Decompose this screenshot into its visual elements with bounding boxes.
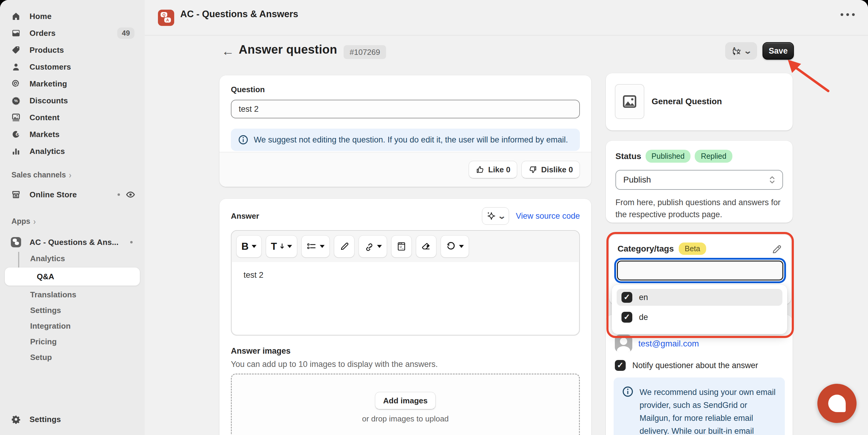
subitem-label: Pricing [30,337,57,346]
eraser-icon [421,241,431,252]
sales-channels-section[interactable]: Sales channels › [11,170,71,179]
back-arrow-icon[interactable] [221,44,235,59]
caret-down-icon [287,245,292,248]
dislike-button[interactable]: Dislike 0 [521,161,580,178]
product-thumbnail [615,84,644,119]
sidebar-item-markets[interactable]: $ Markets [5,126,140,143]
chevron-right-icon: › [33,216,36,227]
sidebar-item-label: Content [30,113,60,122]
arrow-down-small-icon [280,243,284,249]
pen-button[interactable] [334,235,354,258]
answer-editor-area[interactable]: test 2 [232,262,579,334]
chat-bubble-icon [828,395,846,412]
orders-icon [11,28,21,38]
banner-text: We recommend using your own email provid… [640,386,776,435]
subitem-label: Integration [30,322,70,331]
translate-button[interactable]: A ⌄ [725,42,757,60]
sidebar-item-customers[interactable]: Customers [5,59,140,75]
sidebar-item-label: Products [30,45,64,55]
like-button[interactable]: Like 0 [469,161,518,178]
app-title: AC - Questions & Answers [180,9,299,20]
sidebar-subitem-settings[interactable]: Settings [5,302,140,318]
pen-icon [339,241,349,252]
gear-icon [11,414,21,425]
person-icon [11,62,21,72]
svg-text:%: % [14,99,18,103]
text-style-button[interactable]: T [266,235,297,258]
tag-option-en[interactable]: en [617,289,782,306]
bold-icon: B [241,241,249,252]
save-button[interactable]: Save [763,42,794,60]
checkbox-checked-icon[interactable] [621,312,632,323]
question-info-banner: We suggest not editing the question. If … [231,129,580,151]
notify-checkbox-row[interactable]: Notify questioner about the answer [615,360,758,371]
embed-button[interactable]: ://_ [391,235,412,258]
chat-widget-button[interactable] [817,384,857,423]
banner-text: We suggest not editing the question. If … [254,135,568,144]
sidebar-item-home[interactable]: Home [5,8,140,25]
orders-count-badge: 49 [117,27,134,39]
checkbox-checked-icon[interactable] [615,360,626,371]
sidebar-item-products[interactable]: Products [5,41,140,59]
eye-icon[interactable] [125,190,135,200]
sidebar-item-analytics[interactable]: Analytics [5,143,140,160]
list-button[interactable] [301,235,330,258]
rich-text-editor: B T [231,230,580,336]
beta-badge: Beta [679,242,706,255]
sidebar-item-orders[interactable]: Orders 49 [5,25,140,41]
edit-pencil-icon[interactable] [771,244,782,255]
more-actions-button[interactable] [841,13,855,16]
sidebar-subitem-analytics[interactable]: Analytics [5,250,140,266]
view-source-link[interactable]: View source code [516,211,580,221]
undo-button[interactable] [441,235,469,258]
eraser-button[interactable] [416,235,436,258]
sidebar-item-online-store[interactable]: Online Store [5,186,140,203]
ai-assist-button[interactable]: ⌄ [482,207,509,225]
status-dot [118,193,120,196]
chevron-right-icon: › [69,170,71,180]
sidebar-item-app-qa[interactable]: AC - Questions & Ans... [5,234,140,250]
publish-select[interactable]: Publish [615,170,783,190]
chevron-down-icon: ⌄ [498,211,506,221]
editor-toolbar: B T [231,231,579,262]
sidebar-subitem-integration[interactable]: Integration [5,318,140,334]
sidebar-item-discounts[interactable]: % Discounts [5,92,140,109]
caret-down-icon [377,245,382,248]
text-style-icon: T [271,241,277,252]
subitem-label: Translations [30,290,76,299]
sidebar-item-label: Online Store [30,190,77,199]
answer-label: Answer [231,211,259,221]
dislike-label: Dislike 0 [541,165,573,174]
sidebar-subitem-pricing[interactable]: Pricing [5,334,140,349]
question-type-card: General Question [606,73,793,130]
questioner-email-link[interactable]: test@gmail.com [638,339,699,348]
discount-icon: % [11,96,21,106]
sales-channels-label: Sales channels [11,170,66,179]
add-images-button[interactable]: Add images [375,392,435,409]
checkbox-checked-icon[interactable] [621,292,632,303]
app-window: Home Orders 49 Products Customers [0,0,868,435]
email-provider-banner: We recommend using your own email provid… [614,377,785,435]
target-icon [11,79,21,89]
apps-section[interactable]: Apps › [11,217,36,226]
sidebar-item-settings[interactable]: Settings [5,411,140,428]
sidebar-item-marketing[interactable]: Marketing [5,75,140,92]
tag-option-de[interactable]: de [617,309,782,326]
image-dropzone[interactable]: Add images or drop images to upload [231,373,580,435]
thumbs-up-icon [475,165,485,174]
sidebar-subitem-setup[interactable]: Setup [5,349,140,365]
question-card: Question We suggest not editing the ques… [219,75,591,187]
caret-down-icon [459,245,464,248]
sidebar-subitem-translations[interactable]: Translations [5,287,140,302]
link-button[interactable] [359,235,387,258]
svg-text:$: $ [16,133,19,137]
sidebar-subitem-qa[interactable]: Q&A [5,268,140,286]
sidebar-item-content[interactable]: Content [5,109,140,126]
caret-down-icon [252,245,256,248]
bold-button[interactable]: B [236,235,261,258]
question-input[interactable] [231,100,580,119]
sidebar-item-label: Analytics [30,147,65,156]
thumbs-down-icon [528,165,537,174]
category-tags-input[interactable] [617,261,783,280]
sidebar-item-label: Markets [30,130,60,139]
